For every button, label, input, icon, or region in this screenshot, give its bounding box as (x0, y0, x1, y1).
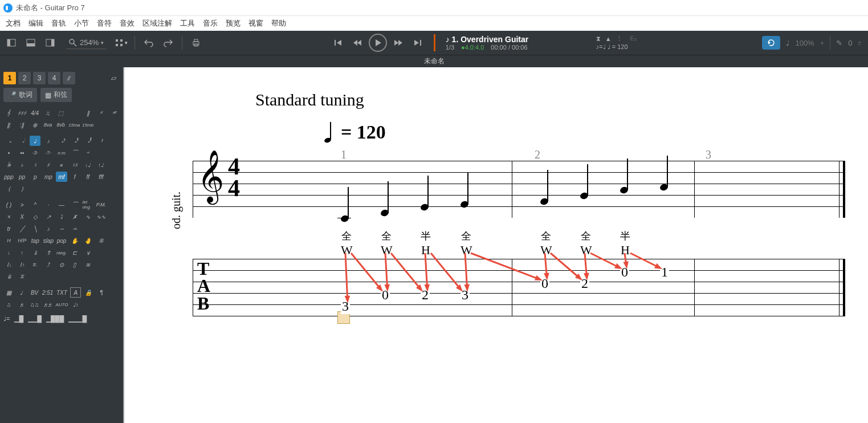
8vb-icon[interactable]: 8vb (55, 120, 66, 130)
shift-down-icon[interactable]: ↓♩ (83, 160, 93, 170)
natural-icon[interactable]: ♮ (30, 160, 40, 170)
multivoice-icon[interactable]: ⫽ (63, 72, 75, 84)
tab-fret[interactable]: 0 (540, 276, 549, 291)
beam3-icon[interactable]: ♫♫ (29, 299, 40, 310)
automation2-icon[interactable]: ▁▁█ (28, 315, 42, 323)
dyn-mp[interactable]: mp (43, 172, 54, 182)
15ma-icon[interactable]: 15ma (68, 120, 80, 130)
swing-icon[interactable]: ♫ (43, 108, 54, 118)
note[interactable] (540, 198, 548, 205)
clef-icon[interactable]: 𝄞 (3, 108, 14, 118)
zoom-control[interactable]: 254% ▾ (66, 37, 106, 49)
transpose-value[interactable]: 0 (848, 39, 852, 47)
vibrato-icon[interactable]: ∿ (83, 212, 93, 222)
note[interactable] (341, 215, 349, 222)
x-effect-icon[interactable]: ✗ (70, 212, 80, 222)
auto-brush-icon[interactable]: ⤋ (3, 271, 14, 282)
timesig-icon[interactable]: 4/4 (30, 108, 40, 118)
sixtyfourth-note-icon[interactable]: 𝅘𝅥𝅱 (83, 136, 93, 146)
tab-fret[interactable]: 3 (461, 287, 470, 303)
go-start-button[interactable] (330, 35, 346, 51)
go-end-button[interactable] (410, 35, 426, 51)
flat-icon[interactable]: ♭ (17, 160, 27, 170)
txt-icon[interactable]: TXT (55, 287, 68, 298)
repeat-open-icon[interactable]: ‖: (3, 120, 14, 130)
voice-2[interactable]: 2 (18, 72, 31, 84)
whole-note-icon[interactable]: 𝅝 (3, 136, 14, 146)
po-icon[interactable]: H/P (17, 235, 27, 246)
voice-4[interactable]: 4 (48, 72, 60, 84)
undo-button[interactable] (141, 35, 157, 51)
dyn-pp[interactable]: pp (17, 172, 27, 182)
dyn-mf[interactable]: mf (56, 172, 67, 182)
timer-icon[interactable]: ⧖ (17, 271, 27, 282)
double-dot-icon[interactable]: •• (17, 148, 27, 158)
dflat-icon[interactable]: 𝄫 (3, 160, 14, 170)
lock-icon[interactable]: 🔒 (83, 287, 94, 298)
ghost-icon[interactable]: ( ) (3, 200, 14, 210)
grace-icon[interactable]: ♪ (43, 223, 54, 234)
beam2-icon[interactable]: ♬ (17, 299, 27, 310)
fermata-icon[interactable]: 𝄐 (83, 148, 93, 158)
wide-vib-icon[interactable]: ∿∿ (96, 212, 107, 222)
redo-button[interactable] (160, 35, 176, 51)
lyrics-button[interactable]: 🎤 歌词 (3, 88, 37, 102)
loop-button[interactable] (762, 36, 780, 50)
tremolo-bar-icon[interactable]: ⤵ (56, 212, 67, 222)
heavy-accent-icon[interactable]: ^ (30, 200, 40, 210)
voice-3[interactable]: 3 (33, 72, 46, 84)
chord-diagram-icon[interactable]: ▦ (3, 287, 14, 298)
tuplet-custom-icon[interactable]: -?- (43, 148, 54, 158)
trill-wave-icon[interactable]: tr. (30, 259, 40, 270)
staccato-icon[interactable]: · (43, 200, 54, 210)
rh-icon[interactable]: 🤚 (83, 235, 93, 246)
tab-fret[interactable]: 1 (660, 265, 669, 280)
simile2-icon[interactable]: 𝄏 (109, 108, 120, 118)
slap-icon[interactable]: slap (43, 235, 54, 246)
ornament-icon[interactable]: ⤴ (43, 259, 54, 270)
15mb-icon[interactable]: 15mb (82, 120, 93, 130)
ho-icon[interactable]: H (3, 235, 14, 246)
sixteenth-note-icon[interactable]: 𝅘𝅥𝅯 (56, 136, 67, 146)
section-icon[interactable]: A (70, 287, 81, 298)
grid-icon[interactable]: ▾ (113, 35, 129, 51)
voice-1[interactable]: 1 (3, 72, 16, 84)
design-mode-icon[interactable]: ▱ (107, 72, 120, 84)
menu-note[interactable]: 音符 (97, 18, 112, 29)
arpeggio-up-icon[interactable]: ⌇↑ (17, 259, 27, 270)
accent-icon[interactable]: > (17, 200, 27, 210)
pm-icon[interactable]: P.M. (96, 200, 107, 210)
tab-fret[interactable]: 0 (620, 265, 629, 280)
menu-window[interactable]: 视窗 (248, 18, 263, 29)
quarter-note-icon[interactable]: ♩ (30, 136, 40, 146)
panel-left-icon[interactable] (3, 35, 19, 51)
crescendo-icon[interactable]: ⟨ (3, 184, 14, 194)
score-canvas[interactable]: Standard tuning = 120 od. guit. 1 2 3 (123, 67, 868, 423)
8va-icon[interactable]: 8va (43, 120, 54, 130)
tuning-fork-icon[interactable]: ✎ (836, 39, 842, 47)
shift-up-icon[interactable]: ↑♩ (96, 160, 107, 170)
tenuto-icon[interactable]: — (56, 200, 67, 210)
dyn-p[interactable]: p (30, 172, 40, 182)
half-note-icon[interactable]: 𝅗𝅥 (17, 136, 27, 146)
freetime-icon[interactable]: ⬚ (55, 108, 66, 118)
menu-help[interactable]: 帮助 (271, 18, 286, 29)
mordent-icon[interactable]: ⩪ (70, 223, 80, 234)
dot-icon[interactable]: • (3, 148, 14, 158)
menu-bar[interactable]: 小节 (74, 18, 89, 29)
automation3-icon[interactable]: ▁███ (46, 315, 64, 323)
menu-track[interactable]: 音轨 (51, 18, 66, 29)
menu-section[interactable]: 区域注解 (142, 18, 172, 29)
note[interactable] (620, 187, 628, 193)
automation1-icon[interactable]: ▁█ (14, 315, 23, 323)
beam4-icon[interactable]: ♬♬ (42, 299, 53, 310)
panel-bottom-icon[interactable] (23, 35, 39, 51)
slash-icon[interactable]: ♩ (17, 287, 27, 298)
repeat-close-icon[interactable]: :‖ (17, 120, 27, 130)
track-info[interactable]: ♪ 1. Overdriven Guitar 1/3 ●4.0:4.0 00:0… (439, 31, 587, 55)
timer-text-icon[interactable]: 2:51 (42, 287, 53, 298)
ntuplet-icon[interactable]: n:m (56, 148, 67, 158)
dyn-f[interactable]: f (70, 172, 80, 182)
menu-music[interactable]: 音乐 (203, 18, 218, 29)
turn-icon[interactable]: ∽ (56, 223, 67, 234)
